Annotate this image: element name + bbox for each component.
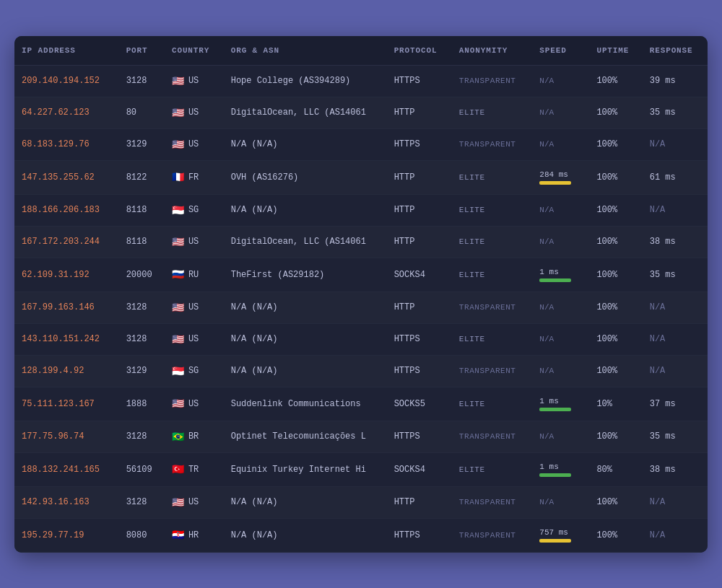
flag-icon: 🇺🇸: [172, 139, 184, 151]
cell-port: 3128: [119, 421, 165, 452]
table-row[interactable]: 167.172.203.2448118🇺🇸USDigitalOcean, LLC…: [14, 226, 708, 258]
cell-org: Suddenlink Communications: [224, 387, 387, 421]
cell-port: 80: [119, 97, 165, 128]
cell-uptime: 10%: [589, 387, 642, 421]
cell-uptime: 100%: [589, 128, 642, 160]
cell-ip: 167.99.163.146: [14, 291, 119, 323]
cell-ip: 177.75.96.74: [14, 421, 119, 452]
cell-org: N/A (N/A): [224, 194, 387, 226]
country-code: US: [188, 334, 199, 344]
cell-country: 🇹🇷TR: [165, 452, 224, 486]
cell-uptime: 100%: [589, 97, 642, 128]
cell-response: 61 ms: [643, 160, 708, 194]
table-row[interactable]: 188.166.206.1838118🇸🇬SGN/A (N/A)HTTPELIT…: [14, 194, 708, 226]
speed-value: 757 ms: [539, 528, 582, 537]
cell-uptime: 80%: [589, 452, 642, 486]
cell-anonymity: ELITE: [452, 387, 532, 421]
cell-uptime: 100%: [589, 160, 642, 194]
flag-icon: 🇧🇷: [172, 431, 184, 443]
cell-speed: N/A: [532, 486, 589, 518]
table-row[interactable]: 128.199.4.923129🇸🇬SGN/A (N/A)HTTPSTRANSP…: [14, 355, 708, 387]
country-code: SG: [188, 205, 199, 215]
cell-speed: 757 ms: [532, 518, 589, 552]
speed-value: 1 ms: [539, 268, 582, 276]
cell-speed: N/A: [532, 226, 589, 258]
table-row[interactable]: 167.99.163.1463128🇺🇸USN/A (N/A)HTTPTRANS…: [14, 291, 708, 323]
flag-icon: 🇺🇸: [172, 333, 184, 346]
cell-port: 3129: [119, 355, 165, 387]
flag-icon: 🇫🇷: [172, 171, 184, 183]
cell-port: 1888: [119, 387, 165, 421]
cell-protocol: HTTPS: [387, 323, 452, 355]
proxy-table-container: IP ADDRESS PORT COUNTRY ORG & ASN PROTOC…: [14, 36, 708, 553]
table-row[interactable]: 195.29.77.198080🇭🇷HRN/A (N/A)HTTPSTRANSP…: [14, 518, 708, 552]
speed-value: 1 ms: [539, 397, 582, 405]
cell-anonymity: ELITE: [452, 97, 532, 128]
cell-speed: N/A: [532, 421, 589, 452]
speed-value: N/A: [539, 140, 582, 149]
cell-ip: 195.29.77.19: [14, 518, 119, 552]
cell-port: 3129: [119, 128, 165, 160]
cell-protocol: SOCKS4: [387, 452, 452, 486]
flag-icon: 🇸🇬: [172, 365, 184, 377]
cell-ip: 188.166.206.183: [14, 194, 119, 226]
cell-country: 🇺🇸US: [165, 97, 224, 128]
cell-country: 🇸🇬SG: [165, 355, 224, 387]
cell-response: 38 ms: [643, 452, 708, 486]
speed-value: N/A: [539, 367, 582, 375]
flag-icon: 🇺🇸: [172, 398, 184, 410]
cell-uptime: 100%: [589, 486, 642, 518]
table-header-row: IP ADDRESS PORT COUNTRY ORG & ASN PROTOC…: [14, 36, 708, 66]
table-row[interactable]: 143.110.151.2423128🇺🇸USN/A (N/A)HTTPSELI…: [14, 323, 708, 355]
cell-uptime: 100%: [589, 421, 642, 452]
cell-org: N/A (N/A): [224, 128, 387, 160]
table-row[interactable]: 68.183.129.763129🇺🇸USN/A (N/A)HTTPSTRANS…: [14, 128, 708, 160]
cell-uptime: 100%: [589, 291, 642, 323]
table-row[interactable]: 209.140.194.1523128🇺🇸USHope College (AS3…: [14, 65, 708, 97]
col-header-ip: IP ADDRESS: [14, 36, 119, 66]
flag-icon: 🇭🇷: [172, 529, 184, 541]
cell-anonymity: TRANSPARENT: [452, 486, 532, 518]
cell-speed: N/A: [532, 65, 589, 97]
cell-org: OVH (AS16276): [224, 160, 387, 194]
cell-protocol: HTTP: [387, 486, 452, 518]
col-header-org: ORG & ASN: [224, 36, 387, 66]
cell-ip: 167.172.203.244: [14, 226, 119, 258]
cell-anonymity: ELITE: [452, 258, 532, 291]
cell-ip: 209.140.194.152: [14, 65, 119, 97]
cell-country: 🇷🇺RU: [165, 258, 224, 291]
cell-speed: 1 ms: [532, 452, 589, 486]
table-row[interactable]: 62.109.31.19220000🇷🇺RUTheFirst (AS29182)…: [14, 258, 708, 291]
cell-speed: N/A: [532, 323, 589, 355]
table-row[interactable]: 177.75.96.743128🇧🇷BROptinet Telecomunica…: [14, 421, 708, 452]
table-row[interactable]: 147.135.255.628122🇫🇷FROVH (AS16276)HTTPE…: [14, 160, 708, 194]
cell-uptime: 100%: [589, 226, 642, 258]
flag-icon: 🇺🇸: [172, 236, 184, 248]
table-row[interactable]: 188.132.241.16556109🇹🇷TREquinix Turkey I…: [14, 452, 708, 486]
cell-port: 56109: [119, 452, 165, 486]
cell-org: Hope College (AS394289): [224, 65, 387, 97]
col-header-port: PORT: [119, 36, 165, 66]
country-code: US: [188, 139, 199, 149]
cell-country: 🇺🇸US: [165, 387, 224, 421]
cell-anonymity: ELITE: [452, 452, 532, 486]
cell-response: N/A: [643, 355, 708, 387]
cell-ip: 62.109.31.192: [14, 258, 119, 291]
col-header-country: COUNTRY: [165, 36, 224, 66]
cell-protocol: HTTPS: [387, 518, 452, 552]
cell-anonymity: TRANSPARENT: [452, 421, 532, 452]
speed-value: 284 ms: [539, 170, 582, 179]
cell-org: DigitalOcean, LLC (AS14061: [224, 226, 387, 258]
cell-port: 3128: [119, 323, 165, 355]
cell-protocol: SOCKS5: [387, 387, 452, 421]
cell-response: 37 ms: [643, 387, 708, 421]
flag-icon: 🇸🇬: [172, 204, 184, 216]
table-row[interactable]: 64.227.62.12380🇺🇸USDigitalOcean, LLC (AS…: [14, 97, 708, 128]
cell-country: 🇺🇸US: [165, 65, 224, 97]
cell-protocol: HTTP: [387, 194, 452, 226]
cell-ip: 64.227.62.123: [14, 97, 119, 128]
table-row[interactable]: 75.111.123.1671888🇺🇸USSuddenlink Communi…: [14, 387, 708, 421]
cell-speed: N/A: [532, 355, 589, 387]
speed-value: N/A: [539, 498, 582, 506]
table-row[interactable]: 142.93.16.1633128🇺🇸USN/A (N/A)HTTPTRANSP…: [14, 486, 708, 518]
